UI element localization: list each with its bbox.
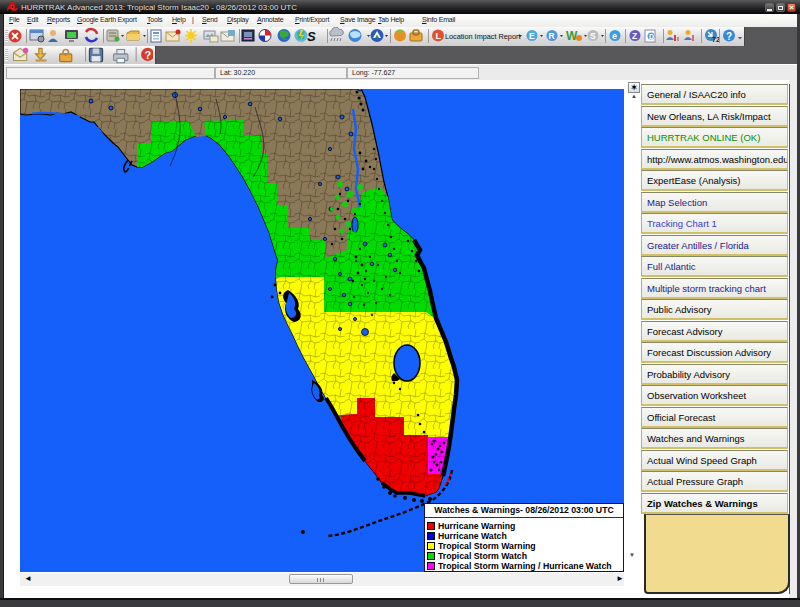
svg-text:?: ? bbox=[726, 31, 732, 42]
svg-text:S: S bbox=[307, 29, 316, 44]
svg-text:R: R bbox=[549, 31, 555, 41]
svg-text:Z: Z bbox=[632, 31, 637, 41]
svg-text:Location Impact Report: Location Impact Report bbox=[445, 32, 520, 41]
svg-text:72: 72 bbox=[712, 36, 720, 43]
svg-text:?: ? bbox=[144, 49, 151, 61]
svg-text:S: S bbox=[590, 31, 596, 41]
svg-text:L: L bbox=[436, 31, 442, 41]
svg-text:e: e bbox=[612, 31, 617, 41]
svg-text:D: D bbox=[649, 33, 654, 40]
svg-text:E: E bbox=[529, 31, 535, 41]
svg-text:W: W bbox=[566, 29, 578, 43]
